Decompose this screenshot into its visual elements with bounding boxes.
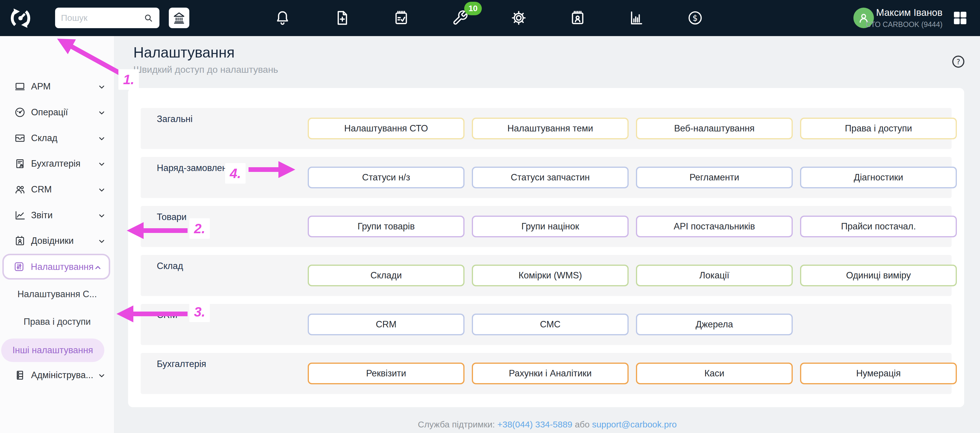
main-content: Налаштування Швидкий доступ до налаштува… [115, 36, 980, 433]
chevron-down-icon [97, 236, 107, 246]
bank-button[interactable] [169, 8, 189, 28]
chevron-down-icon [97, 133, 107, 144]
section-goods: Товари Групи товарів Групи націнок API п… [141, 206, 951, 247]
button-statusy-zapchastyn[interactable]: Статуси запчастин [472, 167, 628, 189]
section-work-orders: Наряд-замовлення Статуси н/з Статуси зап… [141, 157, 951, 198]
sidebar-item-administration[interactable]: Адмініструва... [0, 366, 114, 385]
inbox-icon [14, 132, 26, 144]
section-label: Загальні [157, 114, 192, 125]
button-web-nalashtuvannya[interactable]: Веб-налаштування [636, 118, 793, 139]
search-input[interactable] [61, 13, 143, 23]
section-label: Склад [157, 261, 183, 272]
button-crm[interactable]: CRM [308, 313, 465, 335]
page-title: Налаштування [134, 44, 235, 61]
sidebar-subitem-settings-sto[interactable]: Налаштування С... [0, 285, 114, 304]
button-diagnostyky[interactable]: Діагностики [800, 167, 957, 189]
button-kasy[interactable]: Каси [636, 363, 793, 384]
sidebar-item-label: АРМ [31, 81, 51, 92]
sidebar-item-label: CRM [31, 184, 52, 195]
sidebar-item-warehouse[interactable]: Склад [0, 129, 114, 147]
button-statusy-nz[interactable]: Статуси н/з [308, 167, 465, 189]
section-crm: CRM CRM СМС Джерела [141, 304, 951, 345]
section-warehouse: Склад Склади Комірки (WMS) Локації Одини… [141, 255, 951, 296]
laptop-icon [14, 81, 26, 93]
button-numeraciya[interactable]: Нумерація [800, 363, 957, 384]
section-accounting: Бухгалтерія Реквізити Рахунки і Аналітик… [141, 353, 951, 394]
sliders-icon [13, 261, 25, 273]
sidebar-item-label: Адмініструва... [31, 370, 93, 380]
sidebar-item-reports[interactable]: Звіти [0, 206, 114, 225]
chevron-down-icon [97, 108, 107, 118]
sidebar-item-arm[interactable]: АРМ [0, 77, 114, 96]
clients-book-icon[interactable] [570, 10, 586, 26]
file-plus-icon[interactable] [334, 10, 350, 26]
button-grupy-tovariv[interactable]: Групи товарів [308, 216, 465, 237]
button-prajsy-postachal[interactable]: Прайси постачал. [800, 216, 957, 237]
search-icon[interactable] [143, 13, 154, 23]
support-phone-link[interactable]: +38(044) 334-5889 [497, 420, 572, 429]
sidebar-subitem-rights-access[interactable]: Права і доступи [0, 312, 114, 331]
button-komirky-wms[interactable]: Комірки (WMS) [472, 265, 628, 286]
people-icon [14, 184, 26, 195]
sidebar-item-accounting[interactable]: Бухгалтерія [0, 154, 114, 173]
gauge-icon [14, 107, 26, 118]
button-nalashtuvannya-sto[interactable]: Налаштування СТО [308, 118, 465, 139]
server-icon [14, 369, 26, 381]
sidebar-item-label: Склад [31, 133, 57, 144]
button-prava-i-dostupy[interactable]: Права і доступи [800, 118, 957, 139]
button-grupy-nacinok[interactable]: Групи націнок [472, 216, 628, 237]
user-name: Максим Іванов [866, 7, 942, 18]
apps-grid-icon[interactable] [952, 10, 968, 26]
sidebar-item-label: Довідники [31, 236, 73, 246]
sidebar-item-crm[interactable]: CRM [0, 180, 114, 199]
chevron-up-icon [93, 262, 103, 273]
button-dzherela[interactable]: Джерела [636, 313, 793, 335]
global-search [55, 8, 159, 28]
finance-dollar-icon[interactable]: $ [687, 10, 703, 26]
sidebar: АРМ Операції Склад [0, 36, 114, 433]
topbar: 10 $ [0, 0, 980, 36]
line-chart-icon [14, 209, 26, 221]
carbook-logo-icon[interactable] [8, 6, 33, 30]
sidebar-item-settings[interactable]: Налаштування [2, 254, 110, 280]
button-odynyci-vymiru[interactable]: Одиниці виміру [800, 265, 957, 286]
sidebar-subitem-other-settings[interactable]: Інші налаштування [1, 339, 104, 362]
notifications-bell-icon[interactable] [274, 10, 291, 26]
repairs-count-badge: 10 [464, 2, 482, 15]
button-rekvizyty[interactable]: Реквізити [308, 363, 465, 384]
section-label: Бухгалтерія [157, 359, 206, 369]
user-organization: СТО CARBOOK (9444) [866, 20, 942, 29]
help-icon[interactable]: ? [951, 54, 966, 69]
chevron-down-icon [97, 371, 107, 380]
calendar-check-icon[interactable] [393, 10, 409, 26]
chevron-down-icon [97, 82, 107, 92]
chevron-down-icon [97, 159, 107, 169]
settings-gear-icon[interactable] [511, 10, 527, 26]
section-label: CRM [157, 310, 178, 320]
button-lokaciyi[interactable]: Локації [636, 265, 793, 286]
directory-icon [14, 235, 26, 247]
sidebar-item-operations[interactable]: Операції [0, 103, 114, 122]
page-subtitle: Швидкий доступ до налаштувань [134, 64, 278, 75]
sidebar-item-label: Звіти [31, 210, 53, 220]
button-rahunky-i-analityky[interactable]: Рахунки і Аналітики [472, 363, 628, 384]
svg-text:$: $ [692, 13, 698, 23]
button-nalashtuvannya-temy[interactable]: Налаштування теми [472, 118, 628, 139]
sidebar-item-directories[interactable]: Довідники [0, 232, 114, 250]
user-info[interactable]: Максим Іванов СТО CARBOOK (9444) [866, 7, 942, 29]
svg-text:?: ? [956, 58, 960, 66]
support-email-link[interactable]: support@carbook.pro [592, 420, 677, 429]
button-sms[interactable]: СМС [472, 313, 628, 335]
support-conjunction: або [575, 420, 590, 429]
button-reglamenty[interactable]: Регламенти [636, 167, 793, 189]
section-label: Наряд-замовлення [157, 163, 237, 173]
button-sklady[interactable]: Склади [308, 265, 465, 286]
chevron-down-icon [97, 211, 107, 220]
sidebar-item-label: Операції [31, 107, 68, 118]
section-general: Загальні Налаштування СТО Налаштування т… [141, 108, 951, 149]
button-api-postachalnykiv[interactable]: API постачальників [636, 216, 793, 237]
bank-icon [172, 11, 186, 25]
chevron-down-icon [97, 185, 107, 195]
sidebar-item-label: Бухгалтерія [31, 158, 81, 169]
reports-bar-chart-icon[interactable] [628, 10, 644, 26]
